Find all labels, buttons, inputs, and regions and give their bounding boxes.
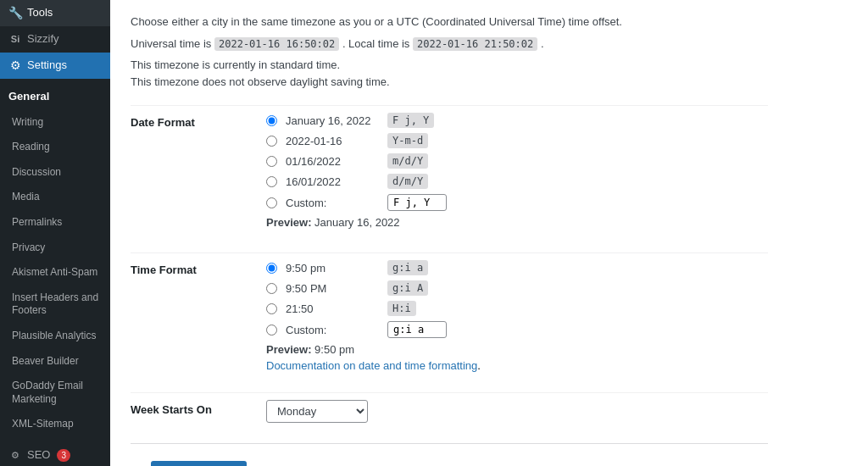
week-starts-select[interactable]: Monday Tuesday Wednesday Thursday Friday… xyxy=(266,400,368,423)
time-format-option-2: 21:50 H:i xyxy=(266,301,768,316)
sidebar-item-godaddy[interactable]: GoDaddy Email Marketing xyxy=(0,374,110,412)
date-format-badge-3: d/m/Y xyxy=(387,174,428,189)
date-format-option-0: January 16, 2022 F j, Y xyxy=(266,113,768,128)
date-format-label-3: 16/01/2022 xyxy=(286,175,379,188)
time-format-custom-label: Custom: xyxy=(286,324,379,336)
date-format-label-2: 01/16/2022 xyxy=(286,155,379,168)
sidebar-item-sizzify[interactable]: Si Sizzify xyxy=(0,26,110,53)
date-format-control: January 16, 2022 F j, Y 2022-01-16 Y-m-d… xyxy=(266,113,768,232)
doc-link[interactable]: Documentation on date and time formattin… xyxy=(266,359,477,372)
sidebar-item-settings[interactable]: ⚙ Settings xyxy=(0,53,110,79)
sidebar-item-seo[interactable]: ⚙ SEO 3 xyxy=(0,442,110,466)
time-format-custom-row: Custom: xyxy=(266,321,768,338)
sidebar-item-xml-sitemap[interactable]: XML-Sitemap xyxy=(0,412,110,437)
sidebar-item-privacy[interactable]: Privacy xyxy=(0,236,110,261)
time-format-badge-1: g:i A xyxy=(387,280,428,296)
time-format-label-0: 9:50 pm xyxy=(286,262,379,275)
time-format-radio-1[interactable] xyxy=(266,283,277,294)
date-format-radio-3[interactable] xyxy=(266,176,277,187)
sidebar-item-discussion[interactable]: Discussion xyxy=(0,160,110,186)
bottom-bar: Save Changes xyxy=(131,443,768,466)
sidebar-item-media[interactable]: Media xyxy=(0,185,110,210)
date-format-option-2: 01/16/2022 m/d/Y xyxy=(266,153,768,169)
universal-time-value: 2022-01-16 16:50:02 xyxy=(214,37,339,51)
local-time-value: 2022-01-16 21:50:02 xyxy=(413,37,537,51)
time-format-option-0: 9:50 pm g:i a xyxy=(266,260,768,275)
date-format-row: Date Format January 16, 2022 F j, Y 2022… xyxy=(131,105,768,232)
time-format-option-1: 9:50 PM g:i A xyxy=(266,280,768,296)
time-format-radio-custom[interactable] xyxy=(266,325,277,336)
week-starts-row: Week Starts On Monday Tuesday Wednesday … xyxy=(131,392,768,423)
time-format-label-1: 9:50 PM xyxy=(286,282,379,295)
tz-info: This timezone is currently in standard t… xyxy=(131,57,768,92)
sidebar-item-akismet[interactable]: Akismet Anti-Spam xyxy=(0,260,110,286)
date-format-option-1: 2022-01-16 Y-m-d xyxy=(266,133,768,148)
sidebar-item-tools[interactable]: 🔧 Tools xyxy=(0,0,110,26)
seo-badge: 3 xyxy=(57,449,70,462)
sidebar-item-general[interactable]: General xyxy=(0,84,110,110)
save-changes-button[interactable]: Save Changes xyxy=(151,461,247,466)
date-preview: Preview: January 16, 2022 xyxy=(266,216,768,229)
sidebar-item-plausible[interactable]: Plausible Analytics xyxy=(0,324,110,349)
time-format-radio-2[interactable] xyxy=(266,303,277,314)
sizzify-icon: Si xyxy=(8,32,22,46)
date-format-label: Date Format xyxy=(131,113,266,129)
sidebar-item-reading[interactable]: Reading xyxy=(0,135,110,160)
time-format-badge-0: g:i a xyxy=(387,260,428,275)
date-format-custom-label: Custom: xyxy=(286,197,379,209)
time-format-label: Time Format xyxy=(131,260,266,276)
sidebar-item-insert-headers[interactable]: Insert Headers and Footers xyxy=(0,286,110,324)
seo-icon: ⚙ xyxy=(8,448,22,462)
date-format-label-0: January 16, 2022 xyxy=(286,114,379,127)
time-format-badge-2: H:i xyxy=(387,301,416,316)
week-starts-control: Monday Tuesday Wednesday Thursday Friday… xyxy=(266,400,768,423)
time-preview: Preview: 9:50 pm xyxy=(266,343,768,356)
date-format-badge-2: m/d/Y xyxy=(387,153,428,169)
time-format-custom-input[interactable] xyxy=(387,321,447,338)
sidebar-item-beaver[interactable]: Beaver Builder xyxy=(0,349,110,374)
date-format-option-3: 16/01/2022 d/m/Y xyxy=(266,174,768,189)
date-format-badge-1: Y-m-d xyxy=(387,133,428,148)
date-format-radio-2[interactable] xyxy=(266,156,277,167)
time-info: Universal time is 2022-01-16 16:50:02 . … xyxy=(131,37,768,50)
sidebar-item-writing[interactable]: Writing xyxy=(0,110,110,136)
date-format-radio-custom[interactable] xyxy=(266,197,277,208)
date-format-custom-input[interactable] xyxy=(387,194,447,211)
time-format-control: 9:50 pm g:i a 9:50 PM g:i A 21:50 H:i Cu… xyxy=(266,260,768,372)
week-starts-label: Week Starts On xyxy=(131,400,266,416)
sidebar-item-permalinks[interactable]: Permalinks xyxy=(0,210,110,236)
date-format-radio-1[interactable] xyxy=(266,136,277,147)
date-format-label-1: 2022-01-16 xyxy=(286,135,379,147)
settings-icon: ⚙ xyxy=(8,58,22,72)
main-content: Choose either a city in the same timezon… xyxy=(110,0,868,466)
time-format-radio-0[interactable] xyxy=(266,263,277,274)
tools-icon: 🔧 xyxy=(8,6,22,19)
timezone-desc: Choose either a city in the same timezon… xyxy=(131,14,768,31)
date-format-badge-0: F j, Y xyxy=(387,113,434,128)
time-format-row: Time Format 9:50 pm g:i a 9:50 PM g:i A … xyxy=(131,252,768,372)
sidebar: 🔧 Tools Si Sizzify ⚙ Settings General Wr… xyxy=(0,0,110,466)
time-format-label-2: 21:50 xyxy=(286,302,379,315)
date-format-radio-0[interactable] xyxy=(266,115,277,126)
date-format-custom-row: Custom: xyxy=(266,194,768,211)
